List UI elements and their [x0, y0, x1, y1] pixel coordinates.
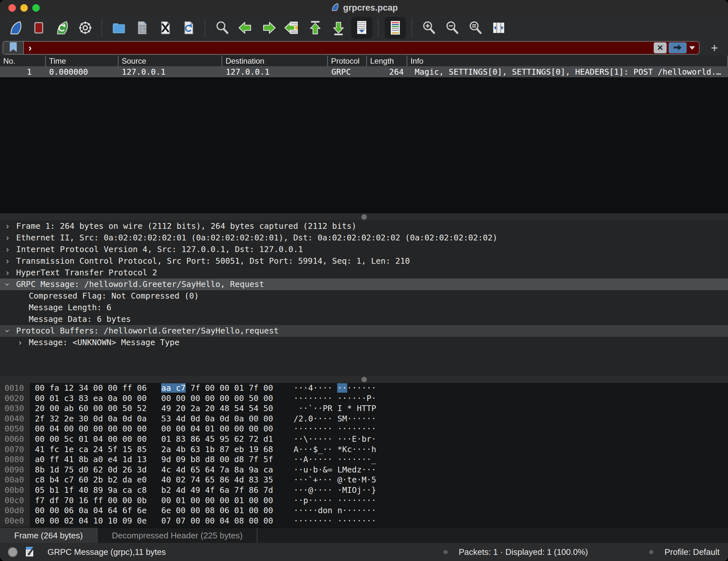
- expert-info-icon[interactable]: [8, 547, 18, 557]
- detail-row[interactable]: Message Length: 6: [0, 302, 728, 314]
- chevron-right-icon[interactable]: ›: [3, 244, 12, 255]
- hex-bytes[interactable]: 00 00 06 0a 04 64 6f 6e 6e 00 00 08 06 0…: [35, 505, 273, 516]
- auto-scroll-button[interactable]: [351, 17, 372, 39]
- open-file-button[interactable]: [108, 17, 130, 39]
- pane-splitter-lower[interactable]: [0, 376, 728, 383]
- byte-view-tab[interactable]: Frame (264 bytes): [0, 528, 98, 543]
- hex-bytes[interactable]: 00 01 c3 83 ea 0a 00 00 00 00 00 00 00 0…: [35, 393, 273, 404]
- hex-ascii[interactable]: ···`+··· @·te·M·5: [294, 475, 376, 485]
- hex-row[interactable]: 001000 fa 12 34 00 00 ff 06 aa c7 7f 00 …: [0, 383, 728, 393]
- hex-row[interactable]: 002000 01 c3 83 ea 0a 00 00 00 00 00 00 …: [0, 393, 728, 404]
- filter-add-button[interactable]: +: [707, 41, 722, 55]
- detail-row[interactable]: ›HyperText Transfer Protocol 2: [0, 267, 728, 278]
- hex-ascii[interactable]: /2.0···· SM······: [294, 414, 376, 424]
- hex-row[interactable]: 005000 04 00 00 00 00 00 00 00 00 04 01 …: [0, 424, 728, 434]
- hex-bytes[interactable]: 2f 32 2e 30 0d 0a 0d 0a 53 4d 0d 0a 0d 0…: [35, 414, 273, 424]
- chevron-right-icon[interactable]: ›: [3, 232, 12, 244]
- column-header-no[interactable]: No.: [0, 56, 45, 66]
- hex-bytes[interactable]: f7 df 70 16 ff 00 00 0b 00 01 00 00 00 0…: [35, 495, 273, 506]
- byte-view-tab[interactable]: Decompressed Header (225 bytes): [98, 528, 257, 543]
- hex-ascii[interactable]: ········ ········: [294, 424, 376, 434]
- column-header-time[interactable]: Time: [45, 56, 118, 66]
- last-packet-button[interactable]: [328, 17, 349, 39]
- detail-row[interactable]: ›Protocol Buffers: /helloworld.Greeter/S…: [0, 325, 728, 337]
- hex-bytes[interactable]: 00 fa 12 34 00 00 ff 06 aa c7 7f 00 00 0…: [35, 383, 273, 393]
- zoom-window-button[interactable]: [32, 4, 40, 12]
- column-header-source[interactable]: Source: [118, 56, 222, 66]
- detail-row[interactable]: Compressed Flag: Not Compressed (0): [0, 290, 728, 302]
- detail-row[interactable]: ›Internet Protocol Version 4, Src: 127.0…: [0, 244, 728, 255]
- chevron-down-icon[interactable]: ›: [2, 280, 13, 289]
- hex-ascii[interactable]: ···@···· ·MIOj··}: [294, 485, 376, 495]
- hex-bytes[interactable]: 41 fc 1e ca 24 5f 15 85 2a 4b 63 1b 87 e…: [35, 444, 273, 455]
- hex-row[interactable]: 00b005 b1 1f 40 89 9a ca c8 b2 4d 49 4f …: [0, 485, 728, 495]
- zoom-out-button[interactable]: [442, 17, 463, 39]
- hex-row[interactable]: 003020 00 ab 60 00 00 50 52 49 20 2a 20 …: [0, 403, 728, 414]
- detail-row[interactable]: ›Frame 1: 264 bytes on wire (2112 bits),…: [0, 220, 728, 232]
- colorize-button[interactable]: [385, 17, 406, 39]
- hex-row[interactable]: 007041 fc 1e ca 24 5f 15 85 2a 4b 63 1b …: [0, 444, 728, 455]
- detail-row[interactable]: ›GRPC Message: /helloworld.Greeter/SayHe…: [0, 278, 728, 290]
- hex-bytes[interactable]: 05 b1 1f 40 89 9a ca c8 b2 4d 49 4f 6a 7…: [35, 485, 273, 495]
- hex-ascii[interactable]: ···4···· ········: [294, 383, 376, 393]
- hex-row[interactable]: 00402f 32 2e 30 0d 0a 0d 0a 53 4d 0d 0a …: [0, 414, 728, 424]
- packet-row[interactable]: 10.000000127.0.0.1127.0.0.1GRPC264Magic,…: [0, 66, 728, 77]
- column-header-destination[interactable]: Destination: [222, 56, 327, 66]
- hex-ascii[interactable]: ········ ······P·: [294, 393, 376, 404]
- hex-ascii[interactable]: ··\····· ···E·br·: [294, 434, 376, 444]
- hex-bytes[interactable]: 00 00 02 04 10 10 09 0e 07 07 00 00 04 0…: [35, 516, 273, 526]
- chevron-right-icon[interactable]: ›: [16, 337, 24, 348]
- capture-options-button[interactable]: [75, 17, 96, 39]
- detail-row[interactable]: ›Transmission Control Protocol, Src Port…: [0, 255, 728, 267]
- hex-bytes[interactable]: 20 00 ab 60 00 00 50 52 49 20 2a 20 48 5…: [35, 403, 273, 414]
- hex-ascii[interactable]: ··p····· ········: [294, 495, 376, 506]
- display-filter-input[interactable]: [32, 41, 654, 54]
- hex-bytes[interactable]: a0 ff 41 8b a0 e4 1d 13 9d 09 b8 d8 00 d…: [35, 454, 273, 465]
- pane-splitter-upper[interactable]: [0, 213, 728, 220]
- hex-ascii[interactable]: ·····don n·······: [294, 505, 376, 516]
- hex-ascii[interactable]: ··`··PR I * HTTP: [294, 403, 376, 414]
- hex-ascii[interactable]: ········ ········: [294, 516, 376, 526]
- hex-row[interactable]: 00d000 00 06 0a 04 64 6f 6e 6e 00 00 08 …: [0, 505, 728, 516]
- chevron-right-icon[interactable]: ›: [3, 255, 12, 267]
- filter-clear-button[interactable]: ✕: [654, 42, 667, 53]
- restart-capture-button[interactable]: [51, 17, 73, 39]
- detail-row[interactable]: Message Data: 6 bytes: [0, 314, 728, 325]
- hex-row[interactable]: 00c0f7 df 70 16 ff 00 00 0b 00 01 00 00 …: [0, 495, 728, 506]
- detail-row[interactable]: ›Message: <UNKNOWN> Message Type: [0, 337, 728, 348]
- close-file-button[interactable]: [155, 17, 176, 39]
- close-window-button[interactable]: [8, 4, 16, 12]
- hex-ascii[interactable]: A···$_·· *Kc····h: [294, 444, 376, 455]
- column-header-length[interactable]: Length: [366, 56, 407, 66]
- hex-row[interactable]: 006000 00 5c 01 04 00 00 00 01 83 86 45 …: [0, 434, 728, 444]
- hex-bytes[interactable]: 8b 1d 75 d0 62 0d 26 3d 4c 4d 65 64 7a 8…: [35, 465, 273, 475]
- previous-packet-button[interactable]: [235, 17, 256, 39]
- display-filter-field[interactable]: › ✕: [3, 41, 700, 55]
- zoom-reset-button[interactable]: [465, 17, 486, 39]
- next-packet-button[interactable]: [258, 17, 279, 39]
- packet-list-empty-area[interactable]: [0, 77, 728, 214]
- chevron-right-icon[interactable]: ›: [3, 220, 12, 232]
- hex-row[interactable]: 0080a0 ff 41 8b a0 e4 1d 13 9d 09 b8 d8 …: [0, 454, 728, 465]
- reload-file-button[interactable]: [178, 17, 199, 39]
- hex-bytes[interactable]: 00 04 00 00 00 00 00 00 00 00 04 01 00 0…: [35, 424, 273, 434]
- hex-row[interactable]: 00a0c8 b4 c7 60 2b b2 da e0 40 02 74 65 …: [0, 475, 728, 485]
- stop-capture-button[interactable]: [28, 17, 49, 39]
- hex-ascii[interactable]: ··u·b·&= LMedz···: [294, 465, 376, 475]
- column-header-info[interactable]: Info: [407, 56, 727, 66]
- go-to-packet-button[interactable]: [281, 17, 303, 39]
- hex-row[interactable]: 00908b 1d 75 d0 62 0d 26 3d 4c 4d 65 64 …: [0, 465, 728, 475]
- hex-row[interactable]: 00e000 00 02 04 10 10 09 0e 07 07 00 00 …: [0, 516, 728, 526]
- column-header-protocol[interactable]: Protocol: [327, 56, 366, 66]
- save-file-button[interactable]: 010100110101110: [131, 17, 153, 39]
- chevron-down-icon[interactable]: ›: [2, 327, 13, 335]
- find-packet-button[interactable]: [212, 17, 233, 39]
- hex-bytes[interactable]: 00 00 5c 01 04 00 00 00 01 83 86 45 95 6…: [35, 434, 273, 444]
- resize-columns-button[interactable]: [488, 17, 509, 39]
- hex-ascii[interactable]: ··A····· ·······_: [294, 454, 376, 465]
- hex-bytes[interactable]: c8 b4 c7 60 2b b2 da e0 40 02 74 65 86 4…: [35, 475, 273, 485]
- detail-row[interactable]: ›Ethernet II, Src: 0a:02:02:02:02:01 (0a…: [0, 232, 728, 244]
- minimize-window-button[interactable]: [20, 4, 28, 12]
- filter-apply-button[interactable]: [669, 42, 687, 53]
- capture-comment-button[interactable]: [25, 546, 35, 558]
